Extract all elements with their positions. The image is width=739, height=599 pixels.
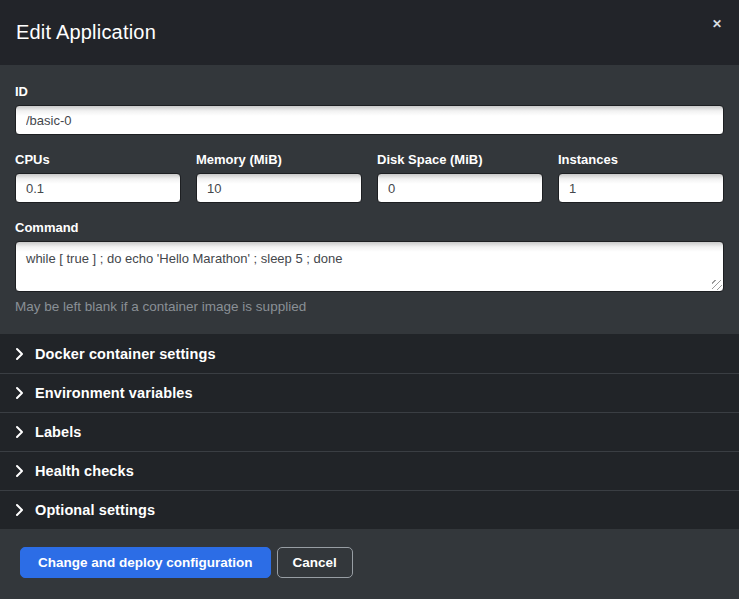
chevron-right-icon [15, 386, 24, 400]
change-and-deploy-button[interactable]: Change and deploy configuration [20, 547, 271, 578]
instances-label: Instances [558, 152, 724, 167]
id-label: ID [15, 84, 724, 99]
id-field-group: ID [15, 84, 724, 135]
command-textarea[interactable]: while [ true ] ; do echo 'Hello Marathon… [15, 241, 724, 292]
cpus-input[interactable] [15, 173, 181, 203]
chevron-right-icon [15, 503, 24, 517]
memory-field-group: Memory (MiB) [196, 152, 362, 203]
memory-input[interactable] [196, 173, 362, 203]
collapsible-sections: Docker container settings Environment va… [0, 334, 739, 529]
instances-input[interactable] [558, 173, 724, 203]
section-label: Health checks [35, 463, 134, 479]
modal-footer: Change and deploy configuration Cancel [0, 529, 739, 599]
modal-title: Edit Application [16, 21, 156, 44]
section-labels[interactable]: Labels [0, 412, 739, 451]
section-label: Optional settings [35, 502, 155, 518]
close-icon[interactable]: ✕ [708, 14, 726, 34]
disk-input[interactable] [377, 173, 543, 203]
instances-field-group: Instances [558, 152, 724, 203]
command-help-text: May be left blank if a container image i… [15, 299, 724, 314]
cancel-button[interactable]: Cancel [277, 547, 353, 578]
chevron-right-icon [15, 425, 24, 439]
section-health-checks[interactable]: Health checks [0, 451, 739, 490]
memory-label: Memory (MiB) [196, 152, 362, 167]
chevron-right-icon [15, 347, 24, 361]
id-input[interactable] [15, 105, 724, 135]
edit-application-form: ID CPUs Memory (MiB) Disk Space (MiB) In… [0, 65, 739, 334]
cpus-label: CPUs [15, 152, 181, 167]
section-optional-settings[interactable]: Optional settings [0, 490, 739, 529]
section-docker-container-settings[interactable]: Docker container settings [0, 334, 739, 373]
resources-row: CPUs Memory (MiB) Disk Space (MiB) Insta… [15, 152, 724, 203]
chevron-right-icon [15, 464, 24, 478]
section-label: Environment variables [35, 385, 193, 401]
disk-label: Disk Space (MiB) [377, 152, 543, 167]
command-label: Command [15, 220, 724, 235]
section-label: Docker container settings [35, 346, 216, 362]
edit-application-modal: Edit Application ✕ ID CPUs Memory (MiB) … [0, 0, 739, 599]
cpus-field-group: CPUs [15, 152, 181, 203]
command-field-group: Command while [ true ] ; do echo 'Hello … [15, 220, 724, 314]
disk-field-group: Disk Space (MiB) [377, 152, 543, 203]
section-label: Labels [35, 424, 82, 440]
modal-header: Edit Application ✕ [0, 0, 739, 65]
section-environment-variables[interactable]: Environment variables [0, 373, 739, 412]
